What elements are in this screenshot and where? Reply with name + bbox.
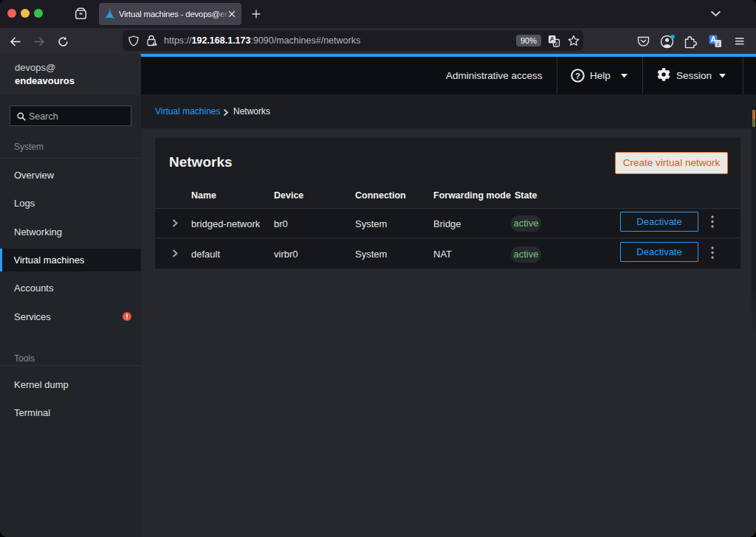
svg-text:z: z [555,41,558,46]
svg-text:?: ? [575,72,580,80]
svg-text:z: z [717,41,720,47]
